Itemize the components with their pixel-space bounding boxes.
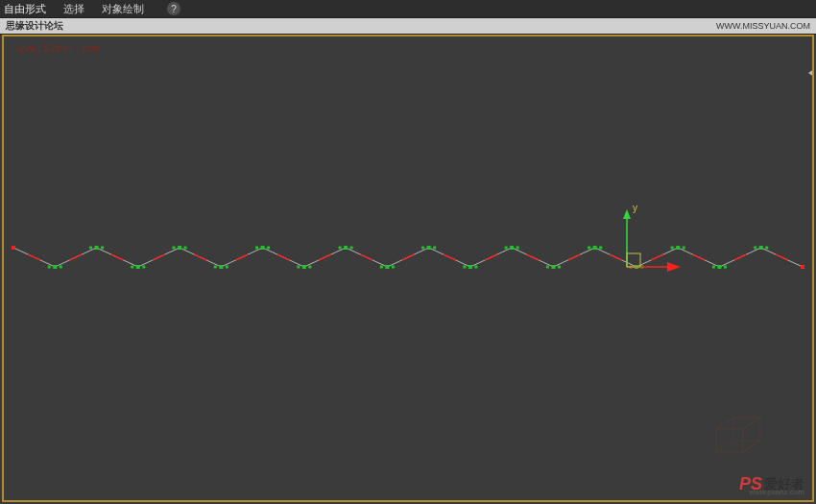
vertex-handle[interactable] [380,266,383,269]
vertex-handle[interactable] [131,266,133,269]
vertex-handle[interactable] [214,266,217,269]
spline-vertex[interactable] [136,265,140,269]
spline-vertex[interactable] [468,265,472,269]
vertex-handle[interactable] [754,247,756,250]
viewcube-ghost [705,410,772,468]
tangent-handle[interactable] [776,254,788,260]
vertex-handle[interactable] [671,247,674,250]
vertex-handle[interactable] [60,266,62,269]
vertex-handle[interactable] [267,247,270,250]
vertex-handle[interactable] [142,266,145,269]
spline-endpoint[interactable] [801,265,804,269]
viewport-canvas[interactable]: y [4,36,812,500]
spline-vertex[interactable] [178,246,181,250]
tangent-handle[interactable] [734,254,747,260]
vertex-handle[interactable] [724,266,727,269]
axis-y-label: y [633,203,637,213]
menu-bar: 自由形式 选择 对象绘制 ? [0,0,816,18]
spline-vertex[interactable] [95,246,99,250]
tangent-handle[interactable] [610,254,622,260]
vertex-handle[interactable] [308,266,311,269]
vertex-handle[interactable] [89,247,92,250]
menu-item-freeform[interactable]: 自由形式 [4,2,46,16]
tangent-handle[interactable] [153,254,165,260]
spline-vertex[interactable] [717,265,721,269]
vertex-handle[interactable] [433,247,436,250]
vertex-handle[interactable] [226,266,228,269]
tangent-handle[interactable] [360,254,372,260]
viewport[interactable]: www.52ter.com y PS 爱好者 www.psahz.com [2,35,814,502]
tangent-handle[interactable] [651,254,663,260]
vertex-handle[interactable] [546,266,549,269]
gizmo-x-arrow[interactable] [667,262,681,272]
vertex-handle[interactable] [101,247,104,250]
tangent-handle[interactable] [526,254,539,260]
vertex-handle[interactable] [516,247,519,250]
spline-vertex[interactable] [676,246,680,250]
tangent-handle[interactable] [402,254,415,260]
menu-item-objdraw[interactable]: 对象绘制 [102,2,144,16]
tangent-handle[interactable] [485,254,497,260]
tangent-handle[interactable] [236,254,249,260]
spline-vertex[interactable] [551,265,555,269]
vertex-handle[interactable] [350,247,353,250]
menu-item-select[interactable]: 选择 [63,2,84,16]
watermark: PS 爱好者 www.psahz.com [739,474,804,494]
spline-vertex[interactable] [261,246,265,250]
vertex-handle[interactable] [392,266,395,269]
source-title-right: WWW.MISSYUAN.COM [716,21,816,31]
tangent-handle[interactable] [277,254,290,260]
vertex-handle[interactable] [173,247,176,250]
gizmo-plane-handle[interactable] [627,253,640,267]
tangent-handle[interactable] [692,254,705,260]
watermark-url: www.psahz.com [749,488,804,496]
vertex-handle[interactable] [339,247,342,250]
spline-vertex[interactable] [302,265,306,269]
vertex-handle[interactable] [588,247,590,250]
vertex-handle[interactable] [712,266,715,269]
gizmo-y-arrow[interactable] [623,209,631,219]
vertex-handle[interactable] [463,266,466,269]
vertex-handle[interactable] [599,247,602,250]
source-title-bar: 思缘设计论坛 WWW.MISSYUAN.COM [0,18,816,35]
vertex-handle[interactable] [505,247,508,250]
spline-vertex[interactable] [759,246,763,250]
spline-vertex[interactable] [510,246,514,250]
tangent-handle[interactable] [444,254,456,260]
panel-collapse-icon[interactable] [808,69,812,77]
tangent-handle[interactable] [111,254,124,260]
spline-vertex[interactable] [53,265,57,269]
vertex-handle[interactable] [558,266,561,269]
vertex-handle[interactable] [765,247,768,250]
spline-vertex[interactable] [344,246,348,250]
tangent-handle[interactable] [28,254,40,260]
vertex-handle[interactable] [421,247,424,250]
vertex-handle[interactable] [48,266,51,269]
vertex-handle[interactable] [474,266,477,269]
source-title-left: 思缘设计论坛 [6,19,63,33]
spline-vertex[interactable] [593,246,597,250]
vertex-handle[interactable] [184,247,187,250]
spline-vertex[interactable] [427,246,431,250]
tangent-handle[interactable] [194,254,206,260]
spline-vertex[interactable] [219,265,223,269]
spline-endpoint[interactable] [12,246,15,250]
tangent-handle[interactable] [70,254,83,260]
spline-vertex[interactable] [385,265,389,269]
tangent-handle[interactable] [568,254,581,260]
vertex-handle[interactable] [297,266,300,269]
vertex-handle[interactable] [683,247,685,250]
help-icon[interactable]: ? [167,2,180,15]
tangent-handle[interactable] [319,254,331,260]
vertex-handle[interactable] [255,247,258,250]
